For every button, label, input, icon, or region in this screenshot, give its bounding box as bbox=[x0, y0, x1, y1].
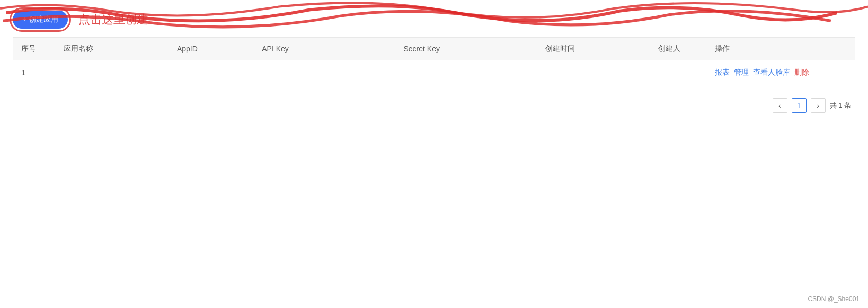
top-bar: + 创建应用 点击这里创建 bbox=[13, 11, 855, 29]
table-header: 序号 应用名称 AppID API Key Secret Key 创建时间 创建… bbox=[13, 38, 855, 60]
prev-page-button[interactable]: ‹ bbox=[773, 98, 787, 113]
cell-api-key: ████████████████ bbox=[253, 60, 395, 85]
action-delete[interactable]: 删除 bbox=[794, 68, 809, 77]
col-header-index: 序号 bbox=[13, 38, 55, 60]
col-header-appid: AppID bbox=[169, 38, 253, 60]
col-header-secret-key: Secret Key bbox=[395, 38, 536, 60]
pagination: ‹ 1 › 共 1 条 bbox=[13, 98, 855, 113]
total-count: 共 1 条 bbox=[830, 101, 851, 110]
next-page-button[interactable]: › bbox=[811, 98, 826, 113]
cell-index: 1 bbox=[13, 60, 55, 85]
action-view-face-db[interactable]: 查看人脸库 bbox=[753, 68, 790, 77]
action-manage[interactable]: 管理 bbox=[734, 68, 749, 77]
col-header-creator: 创建人 bbox=[650, 38, 706, 60]
action-report[interactable]: 报表 bbox=[715, 68, 730, 77]
hint-text: 点击这里创建 bbox=[78, 12, 148, 28]
table-body: 1 ████████████ ████████ ████████████████… bbox=[13, 60, 855, 85]
col-header-app-name: 应用名称 bbox=[55, 38, 169, 60]
page-wrapper: + 创建应用 点击这里创建 序号 应用名称 AppID API Key Secr… bbox=[0, 0, 868, 308]
current-page[interactable]: 1 bbox=[792, 98, 807, 113]
cell-actions: 报表 管理 查看人脸库 删除 bbox=[706, 60, 855, 85]
col-header-created-time: 创建时间 bbox=[537, 38, 650, 60]
cell-appid: ████████ bbox=[169, 60, 253, 85]
table-row: 1 ████████████ ████████ ████████████████… bbox=[13, 60, 855, 85]
cell-created-time: ████████████ bbox=[537, 60, 650, 85]
cell-secret-key: ████████████████ bbox=[395, 60, 536, 85]
app-table: 序号 应用名称 AppID API Key Secret Key 创建时间 创建… bbox=[13, 37, 855, 85]
action-links: 报表 管理 查看人脸库 删除 bbox=[715, 68, 847, 77]
footer-watermark: CSDN @_She001 bbox=[808, 295, 860, 303]
col-header-api-key: API Key bbox=[253, 38, 395, 60]
cell-app-name: ████████████ bbox=[55, 60, 169, 85]
create-app-button[interactable]: + 创建应用 bbox=[13, 11, 68, 29]
col-header-actions: 操作 bbox=[706, 38, 855, 60]
cell-creator: ████ bbox=[650, 60, 706, 85]
